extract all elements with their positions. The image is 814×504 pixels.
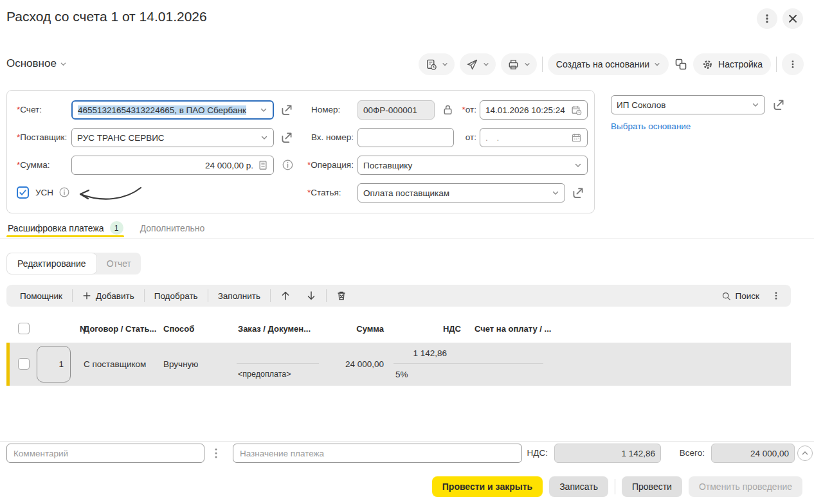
- page-title: Расход со счета 1 от 14.01.2026: [6, 9, 207, 24]
- row-number-cell[interactable]: 1: [37, 346, 71, 382]
- delete-row-button[interactable]: [329, 285, 354, 307]
- usn-info-icon[interactable]: [59, 186, 70, 198]
- row-vat-amount-cell[interactable]: 1 142,86: [386, 348, 447, 358]
- document-links-icon: [674, 57, 688, 71]
- supplier-open-button[interactable]: [280, 130, 294, 145]
- footer-divider: [0, 441, 814, 442]
- main-section-dropdown[interactable]: Основное: [6, 57, 67, 70]
- organization-select[interactable]: ИП Соколов: [611, 95, 765, 114]
- choose-basis-link[interactable]: Выбрать основание: [611, 122, 691, 131]
- column-header-method[interactable]: Способ: [163, 324, 194, 334]
- comment-more-icon[interactable]: [212, 447, 220, 460]
- printer-icon: [507, 59, 520, 71]
- table-toolbar: Помощник Добавить Подобрать Заполнить По…: [6, 285, 791, 307]
- collapse-totals-button[interactable]: [797, 446, 813, 461]
- operation-label: *Операция:: [307, 156, 354, 175]
- usn-checkbox[interactable]: [17, 186, 29, 199]
- column-header-order[interactable]: Заказ / Докумен...: [238, 324, 311, 334]
- doc-date-label: *от:: [452, 100, 476, 120]
- add-row-button[interactable]: Добавить: [75, 285, 141, 307]
- article-select[interactable]: Оплата поставщикам: [357, 183, 565, 203]
- tab-additional[interactable]: Дополнительно: [140, 223, 205, 233]
- payment-purpose-input[interactable]: [233, 444, 522, 463]
- order-cell-underline: [237, 363, 319, 364]
- command-bar-more-button[interactable]: [782, 53, 804, 75]
- view-editing-button[interactable]: Редактирование: [6, 253, 97, 274]
- active-tab-underline: [6, 235, 124, 237]
- undo-post-button[interactable]: Отменить проведение: [689, 476, 802, 497]
- document-schedule-button[interactable]: [419, 53, 455, 75]
- send-button[interactable]: [460, 53, 496, 75]
- post-button[interactable]: Провести: [622, 476, 682, 497]
- pick-button[interactable]: Подобрать: [147, 285, 205, 307]
- comment-input[interactable]: [6, 444, 204, 463]
- column-header-amount[interactable]: Сумма: [309, 324, 384, 334]
- vat-total-label: НДС:: [514, 444, 548, 463]
- select-all-checkbox[interactable]: [18, 323, 30, 334]
- kebab-icon: [772, 291, 781, 301]
- view-report-button[interactable]: Отчет: [97, 258, 141, 269]
- chevron-down-icon: [260, 106, 267, 114]
- row-amount-cell[interactable]: 24 000,00: [321, 359, 384, 369]
- amount-info-icon[interactable]: [282, 159, 294, 171]
- table-more-button[interactable]: [768, 285, 784, 307]
- article-open-button[interactable]: [571, 186, 585, 200]
- toolbar-divider: [208, 289, 208, 302]
- settings-button[interactable]: Настройка: [693, 53, 771, 75]
- amount-value: 24 000,00 р.: [205, 161, 253, 170]
- column-header-invoice[interactable]: Счет на оплату / ...: [475, 324, 551, 334]
- open-in-window-icon: [280, 130, 294, 145]
- table-row[interactable]: 1 С поставщиком Вручную <предоплата> 24 …: [6, 343, 791, 386]
- chevron-down-icon: [552, 189, 559, 197]
- move-up-button[interactable]: [273, 285, 298, 307]
- close-icon: [788, 14, 798, 24]
- toolbar-divider: [326, 289, 327, 302]
- toolbar-divider: [270, 289, 271, 302]
- account-select[interactable]: 46551321654313224665, в ПАО Сбербанк: [71, 100, 274, 120]
- print-button[interactable]: [501, 53, 537, 75]
- fill-button[interactable]: Заполнить: [211, 285, 267, 307]
- organization-open-button[interactable]: [772, 98, 786, 112]
- amount-field[interactable]: 24 000,00 р.: [71, 156, 274, 175]
- row-order-placeholder[interactable]: <предоплата>: [238, 370, 291, 379]
- related-documents-button[interactable]: [674, 57, 688, 71]
- move-down-button[interactable]: [299, 285, 323, 307]
- window-more-button[interactable]: [757, 8, 777, 29]
- chevron-up-icon: [801, 449, 809, 457]
- incoming-number-field[interactable]: [357, 128, 454, 147]
- kebab-icon: [762, 14, 772, 24]
- operation-select[interactable]: Поставщику: [357, 156, 588, 175]
- window-close-button[interactable]: [782, 8, 803, 29]
- row-method-cell[interactable]: Вручную: [163, 359, 198, 369]
- tab-bar: Расшифровка платежа 1 Дополнительно: [8, 221, 204, 235]
- column-header-contract[interactable]: Договор / Стать...: [84, 324, 156, 334]
- vat-total-field: 1 142,86: [554, 444, 661, 463]
- search-button[interactable]: Поиск: [714, 285, 766, 307]
- document-header-panel: *Счет: 46551321654313224665, в ПАО Сберб…: [6, 90, 595, 213]
- create-based-on-label: Создать на основании: [556, 59, 649, 69]
- number-value: 00ФР-000001: [363, 105, 417, 115]
- chevron-down-icon: [574, 161, 582, 169]
- row-selection-bar: [6, 343, 10, 386]
- main-section-label: Основное: [6, 57, 57, 70]
- post-and-close-button[interactable]: Провести и закрыть: [432, 476, 543, 497]
- incoming-date-field[interactable]: . .: [480, 128, 588, 147]
- tab-payment-details[interactable]: Расшифровка платежа 1: [8, 221, 123, 235]
- supplier-select[interactable]: РУС ТРАНС СЕРВИС: [71, 128, 274, 147]
- assistant-button[interactable]: Помощник: [13, 285, 69, 307]
- account-open-button[interactable]: [280, 103, 294, 117]
- tab-payment-details-label: Расшифровка платежа: [8, 223, 104, 233]
- kebab-icon: [788, 59, 797, 69]
- tabs-divider: [0, 238, 814, 239]
- save-button[interactable]: Записать: [549, 476, 608, 497]
- column-header-vat[interactable]: НДС: [412, 324, 461, 334]
- toolbar-divider: [776, 57, 777, 72]
- row-vat-rate-cell[interactable]: 5%: [395, 370, 408, 379]
- chevron-down-icon: [752, 101, 759, 109]
- doc-date-field[interactable]: 14.01.2026 10:25:24: [480, 100, 588, 120]
- row-checkbox[interactable]: [18, 358, 30, 370]
- create-based-on-button[interactable]: Создать на основании: [548, 53, 669, 75]
- arrow-up-icon: [280, 291, 291, 301]
- row-contract-cell[interactable]: С поставщиком: [84, 359, 146, 369]
- grand-total-label: Всего:: [669, 444, 705, 463]
